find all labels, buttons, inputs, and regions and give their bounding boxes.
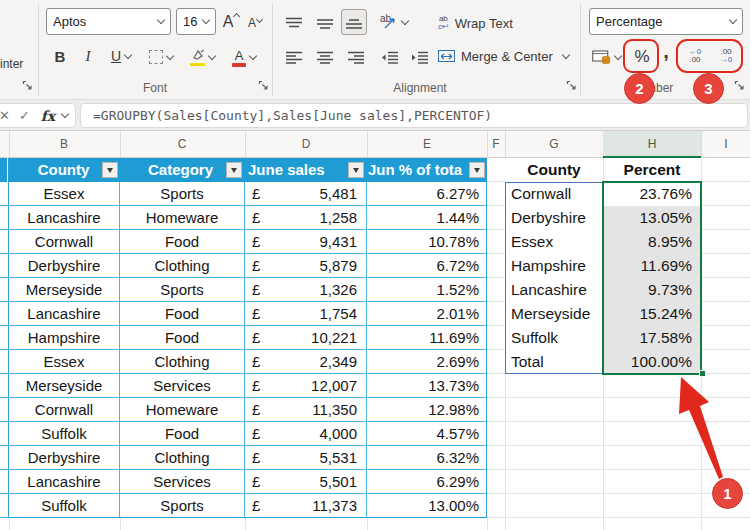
cell-a-sliver[interactable] (0, 326, 9, 349)
cell-a-sliver[interactable] (0, 374, 9, 397)
number-dialog-launcher-icon[interactable] (734, 80, 746, 92)
cell-a-sliver[interactable] (0, 206, 9, 229)
cell-june-sales[interactable]: £1,326 (245, 278, 367, 301)
cell-jun-pct[interactable]: 4.57% (367, 422, 487, 445)
cell-category[interactable]: Services (120, 374, 245, 397)
result-cell-county[interactable]: Total (505, 350, 603, 374)
cell-a-sliver[interactable] (0, 230, 9, 253)
cell-county[interactable]: Cornwall (9, 398, 120, 421)
filter-dropdown-icon[interactable] (226, 162, 242, 178)
cell-a-sliver[interactable] (0, 494, 9, 517)
result-cell-county[interactable]: Derbyshire (505, 206, 603, 230)
clipboard-dialog-launcher-icon[interactable] (22, 80, 34, 92)
grow-font-button[interactable]: A (220, 10, 242, 34)
cell-county[interactable]: Derbyshire (9, 446, 120, 469)
font-color-button[interactable]: A (226, 44, 262, 70)
cell-june-sales[interactable]: £5,501 (245, 470, 367, 493)
column-header-E[interactable]: E (423, 137, 431, 151)
bottom-align-button[interactable] (341, 9, 367, 35)
cell-a-sliver[interactable] (0, 278, 9, 301)
align-right-button[interactable] (345, 46, 367, 68)
column-header-B[interactable]: B (60, 137, 68, 151)
cell-jun-pct[interactable]: 13.73% (367, 374, 487, 397)
cell-a-sliver[interactable] (0, 446, 9, 469)
cell-jun-pct[interactable]: 6.32% (367, 446, 487, 469)
header-june-sales[interactable]: June sales (243, 158, 365, 182)
enter-icon[interactable]: ✓ (19, 108, 30, 123)
cell-category[interactable]: Services (120, 470, 245, 493)
fill-color-button[interactable] (184, 44, 220, 70)
cell-category[interactable]: Food (120, 230, 245, 253)
italic-button[interactable]: I (80, 44, 96, 68)
result-header-percent[interactable]: Percent (603, 158, 701, 182)
orientation-button[interactable]: ab (374, 10, 414, 34)
underline-button[interactable]: U (104, 44, 138, 68)
cell-june-sales[interactable]: £5,481 (245, 182, 367, 205)
cell-county[interactable]: Suffolk (9, 494, 120, 517)
cell-category[interactable]: Homeware (120, 206, 245, 229)
cell-jun-pct[interactable]: 12.98% (367, 398, 487, 421)
shrink-font-button[interactable]: A (245, 12, 265, 34)
chevron-down-icon[interactable] (61, 110, 69, 118)
cell-a-sliver[interactable] (0, 254, 9, 277)
column-header-H[interactable]: H (603, 131, 701, 158)
result-header-county[interactable]: County (505, 158, 603, 182)
cell-category[interactable]: Sports (120, 494, 245, 517)
formula-input[interactable]: =GROUPBY(Sales[County],Sales[June sales]… (80, 103, 748, 128)
column-header-I[interactable]: I (724, 137, 727, 151)
cell-category[interactable]: Clothing (120, 446, 245, 469)
cell-jun-pct[interactable]: 1.44% (367, 206, 487, 229)
insert-function-icon[interactable]: fx (41, 108, 55, 124)
header-category[interactable]: Category (118, 158, 243, 182)
cell-county[interactable]: Cornwall (9, 230, 120, 253)
result-cell-county[interactable]: Merseyside (505, 302, 603, 326)
cell-june-sales[interactable]: £2,349 (245, 350, 367, 373)
filter-dropdown-icon[interactable] (348, 162, 364, 178)
result-cell-county[interactable]: Essex (505, 230, 603, 254)
result-cell-percent[interactable]: 23.76% (603, 182, 701, 206)
decrease-indent-button[interactable] (378, 46, 400, 68)
cell-category[interactable]: Sports (120, 278, 245, 301)
cell-june-sales[interactable]: £5,879 (245, 254, 367, 277)
cell-june-sales[interactable]: £10,221 (245, 326, 367, 349)
cell-category[interactable]: Homeware (120, 398, 245, 421)
cell-jun-pct[interactable]: 2.69% (367, 350, 487, 373)
fill-handle[interactable] (699, 370, 706, 377)
cell-county[interactable]: Essex (9, 350, 120, 373)
cell-june-sales[interactable]: £1,258 (245, 206, 367, 229)
cell-jun-pct[interactable]: 6.27% (367, 182, 487, 205)
column-header-D[interactable]: D (302, 137, 311, 151)
cell-jun-pct[interactable]: 11.69% (367, 326, 487, 349)
cell-a-sliver[interactable] (0, 470, 9, 493)
cell-county[interactable]: Lancashire (9, 302, 120, 325)
result-cell-county[interactable]: Cornwall (505, 182, 603, 206)
merge-center-button[interactable]: Merge & Center (438, 44, 569, 68)
cell-county[interactable]: Hampshire (9, 326, 120, 349)
cell-county[interactable]: Essex (9, 182, 120, 205)
cancel-icon[interactable]: ✕ (0, 108, 10, 123)
font-size-select[interactable]: 16 (176, 8, 216, 35)
result-cell-percent[interactable]: 15.24% (603, 302, 701, 326)
borders-button[interactable] (144, 46, 178, 68)
result-cell-percent[interactable]: 8.95% (603, 230, 701, 254)
font-name-select[interactable]: Aptos (46, 8, 171, 35)
cell-jun-pct[interactable]: 6.29% (367, 470, 487, 493)
top-align-button[interactable] (283, 12, 305, 34)
cell-county[interactable]: Merseyside (9, 374, 120, 397)
cell-county[interactable]: Merseyside (9, 278, 120, 301)
column-header-F[interactable]: F (492, 137, 499, 151)
header-jun-pct[interactable]: Jun % of tota (365, 158, 485, 182)
cell-a-sliver[interactable] (0, 182, 9, 205)
cell-category[interactable]: Clothing (120, 350, 245, 373)
number-format-select[interactable]: Percentage (589, 8, 743, 35)
result-cell-county[interactable]: Lancashire (505, 278, 603, 302)
column-header-G[interactable]: G (549, 137, 558, 151)
result-cell-percent[interactable]: 11.69% (603, 254, 701, 278)
increase-indent-button[interactable] (408, 46, 430, 68)
cell-june-sales[interactable]: £12,007 (245, 374, 367, 397)
cell-june-sales[interactable]: £4,000 (245, 422, 367, 445)
cell-category[interactable]: Food (120, 326, 245, 349)
alignment-dialog-launcher-icon[interactable] (566, 80, 578, 92)
wrap-text-button[interactable]: ab c↩ Wrap Text (438, 11, 513, 35)
result-cell-county[interactable]: Hampshire (505, 254, 603, 278)
